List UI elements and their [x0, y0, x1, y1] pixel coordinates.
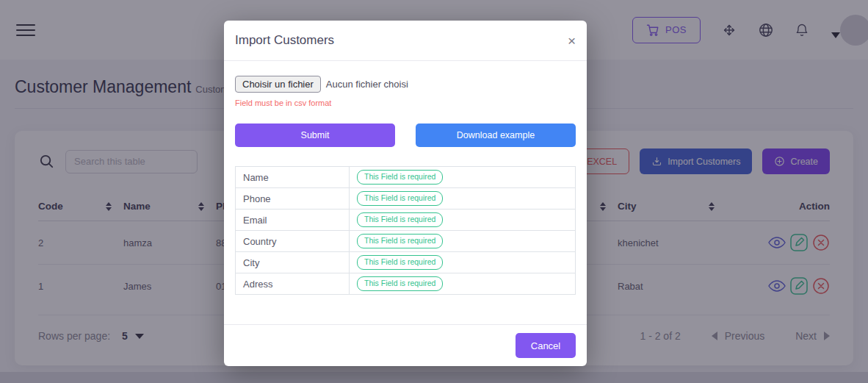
field-row: Email This Field is required [236, 210, 576, 231]
required-badge: This Field is required [357, 170, 443, 185]
import-customers-modal: Import Customers × Choisir un fichier Au… [224, 21, 587, 366]
field-row: City This Field is required [236, 252, 576, 273]
csv-error-text: Field must be in csv format [235, 99, 576, 107]
required-badge: This Field is required [357, 255, 443, 270]
required-fields-table: Name This Field is required Phone This F… [235, 166, 576, 295]
field-row: Country This Field is required [236, 231, 576, 252]
submit-button[interactable]: Submit [235, 124, 395, 147]
cancel-button[interactable]: Cancel [516, 333, 576, 358]
field-row: Adress This Field is required [236, 273, 576, 295]
field-label: Country [236, 231, 350, 252]
field-label: Name [236, 167, 350, 188]
required-badge: This Field is required [357, 276, 443, 291]
required-badge: This Field is required [357, 234, 443, 248]
field-row: Phone This Field is required [236, 188, 576, 210]
choose-file-button[interactable]: Choisir un fichier [235, 76, 321, 93]
modal-title: Import Customers [235, 33, 334, 48]
field-label: City [236, 252, 350, 273]
required-badge: This Field is required [357, 191, 443, 206]
field-label: Email [236, 210, 350, 231]
file-status: Aucun fichier choisi [326, 79, 408, 90]
field-label: Adress [236, 273, 350, 295]
download-example-button[interactable]: Download example [416, 124, 576, 147]
close-icon[interactable]: × [568, 34, 576, 48]
field-label: Phone [236, 188, 350, 210]
required-badge: This Field is required [357, 212, 443, 227]
field-row: Name This Field is required [236, 167, 576, 188]
